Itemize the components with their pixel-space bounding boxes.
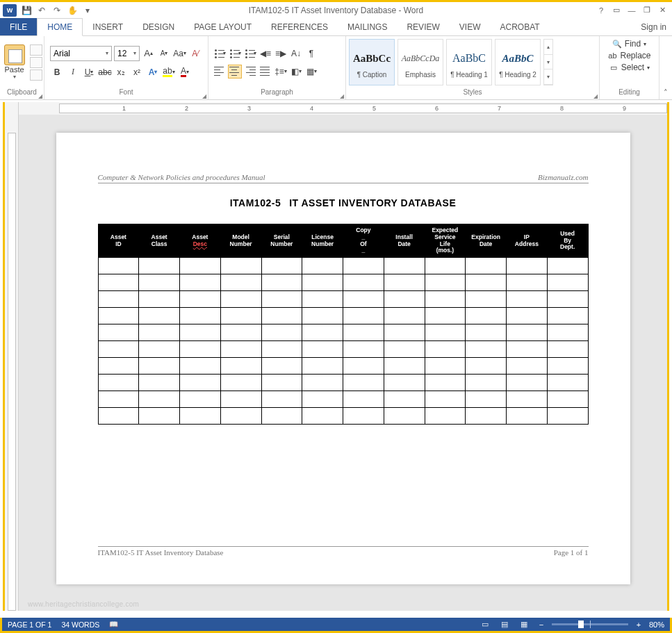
decrease-indent-button[interactable]: ◀≡: [259, 47, 272, 60]
table-cell[interactable]: [98, 291, 139, 308]
table-cell[interactable]: [220, 358, 261, 375]
table-cell[interactable]: [343, 274, 384, 291]
superscript-button[interactable]: x²: [130, 65, 144, 79]
table-cell[interactable]: [261, 324, 302, 341]
shrink-font-button[interactable]: A▾: [157, 47, 170, 60]
table-cell[interactable]: [139, 274, 180, 291]
table-row[interactable]: [98, 391, 588, 408]
undo-icon[interactable]: ↶: [36, 5, 47, 16]
table-cell[interactable]: [384, 258, 425, 274]
table-cell[interactable]: [547, 341, 588, 358]
line-spacing-button[interactable]: ‡≡▾: [274, 65, 288, 79]
col-header[interactable]: Copy_Of_: [343, 224, 384, 258]
style-caption[interactable]: AaBbCc¶ Caption: [349, 39, 395, 85]
status-words[interactable]: 34 WORDS: [61, 620, 99, 629]
table-cell[interactable]: [139, 391, 180, 408]
table-cell[interactable]: [220, 375, 261, 391]
table-cell[interactable]: [220, 308, 261, 324]
table-cell[interactable]: [180, 391, 221, 408]
table-cell[interactable]: [507, 308, 548, 324]
table-cell[interactable]: [547, 391, 588, 408]
table-cell[interactable]: [261, 308, 302, 324]
table-cell[interactable]: [466, 291, 507, 308]
table-cell[interactable]: [98, 391, 139, 408]
table-cell[interactable]: [261, 341, 302, 358]
table-cell[interactable]: [98, 324, 139, 341]
table-cell[interactable]: [180, 341, 221, 358]
table-cell[interactable]: [384, 274, 425, 291]
table-cell[interactable]: [343, 358, 384, 375]
zoom-slider[interactable]: [552, 623, 628, 625]
table-cell[interactable]: [302, 408, 343, 425]
table-row[interactable]: [98, 358, 588, 375]
styles-more-button[interactable]: ▴▾▾: [543, 39, 553, 85]
status-proofing-icon[interactable]: 📖: [109, 620, 118, 629]
table-cell[interactable]: [98, 258, 139, 274]
table-cell[interactable]: [343, 291, 384, 308]
table-cell[interactable]: [302, 291, 343, 308]
table-cell[interactable]: [384, 291, 425, 308]
col-header[interactable]: ModelNumber: [220, 224, 261, 258]
table-row[interactable]: [98, 308, 588, 324]
italic-button[interactable]: I: [66, 65, 80, 79]
table-cell[interactable]: [220, 391, 261, 408]
table-cell[interactable]: [384, 308, 425, 324]
table-cell[interactable]: [261, 258, 302, 274]
bullets-button[interactable]: ▾: [213, 47, 227, 60]
touch-mode-icon[interactable]: ✋: [67, 5, 78, 16]
table-row[interactable]: [98, 258, 588, 274]
show-marks-button[interactable]: ¶: [304, 47, 318, 60]
paragraph-launcher-icon[interactable]: ◢: [340, 93, 344, 99]
clear-formatting-button[interactable]: A⁄: [189, 47, 202, 60]
format-painter-icon[interactable]: [30, 69, 42, 81]
align-left-button[interactable]: [213, 65, 227, 79]
align-right-button[interactable]: [243, 65, 257, 79]
table-cell[interactable]: [466, 408, 507, 425]
table-cell[interactable]: [425, 408, 466, 425]
table-cell[interactable]: [547, 358, 588, 375]
style-emph[interactable]: AaBbCcDaEmphasis: [398, 39, 443, 85]
table-cell[interactable]: [343, 408, 384, 425]
table-row[interactable]: [98, 274, 588, 291]
table-cell[interactable]: [261, 274, 302, 291]
table-row[interactable]: [98, 291, 588, 308]
tab-acrobat[interactable]: ACROBAT: [490, 18, 549, 35]
col-header[interactable]: InstallDate: [384, 224, 425, 258]
table-cell[interactable]: [507, 391, 548, 408]
table-cell[interactable]: [507, 274, 548, 291]
table-cell[interactable]: [180, 291, 221, 308]
table-cell[interactable]: [139, 341, 180, 358]
customize-qat-icon[interactable]: ▾: [82, 5, 93, 16]
align-center-button[interactable]: [228, 65, 242, 79]
increase-indent-button[interactable]: ≡▶: [274, 47, 288, 60]
table-cell[interactable]: [302, 391, 343, 408]
table-cell[interactable]: [220, 408, 261, 425]
table-cell[interactable]: [466, 391, 507, 408]
table-cell[interactable]: [261, 408, 302, 425]
table-cell[interactable]: [507, 291, 548, 308]
tab-references[interactable]: REFERENCES: [261, 18, 338, 35]
print-layout-button[interactable]: ▤: [498, 619, 511, 630]
tab-page-layout[interactable]: PAGE LAYOUT: [184, 18, 261, 35]
table-cell[interactable]: [139, 358, 180, 375]
replace-button[interactable]: abReplace: [607, 51, 650, 60]
col-header[interactable]: ExpirationDate: [466, 224, 507, 258]
font-color-button[interactable]: A▾: [178, 65, 192, 79]
table-cell[interactable]: [466, 258, 507, 274]
paste-button[interactable]: Paste ▾: [2, 44, 27, 80]
table-cell[interactable]: [180, 324, 221, 341]
table-cell[interactable]: [507, 258, 548, 274]
table-cell[interactable]: [425, 341, 466, 358]
table-cell[interactable]: [220, 258, 261, 274]
status-page[interactable]: PAGE 1 OF 1: [8, 620, 51, 629]
table-cell[interactable]: [547, 291, 588, 308]
asset-table[interactable]: AssetIDAssetClassAssetDescModelNumberSer…: [98, 224, 589, 425]
table-cell[interactable]: [302, 358, 343, 375]
table-cell[interactable]: [180, 375, 221, 391]
table-cell[interactable]: [139, 258, 180, 274]
zoom-in-button[interactable]: +: [634, 620, 644, 629]
collapse-ribbon-button[interactable]: ˄: [659, 36, 672, 99]
table-cell[interactable]: [343, 341, 384, 358]
table-cell[interactable]: [547, 375, 588, 391]
table-cell[interactable]: [139, 324, 180, 341]
